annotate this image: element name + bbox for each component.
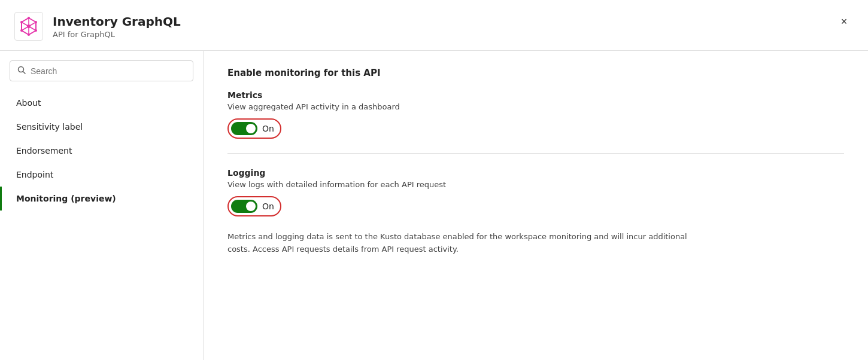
search-icon	[17, 66, 26, 76]
sidebar-item-monitoring[interactable]: Monitoring (preview)	[0, 187, 203, 210]
body: About Sensitivity label Endorsement Endp…	[0, 51, 868, 360]
sidebar-item-endpoint[interactable]: Endpoint	[0, 163, 203, 187]
metrics-section: Metrics View aggregated API activity in …	[227, 90, 844, 139]
metrics-toggle-text: On	[262, 124, 274, 133]
main-content: Enable monitoring for this API Metrics V…	[204, 51, 868, 360]
search-box[interactable]	[10, 60, 193, 81]
app-icon	[14, 12, 43, 41]
section-title: Enable monitoring for this API	[227, 68, 844, 78]
logging-toggle-row: On	[227, 196, 844, 216]
close-button[interactable]: ×	[834, 12, 854, 31]
footer-note: Metrics and logging data is sent to the …	[227, 231, 706, 256]
search-input[interactable]	[31, 66, 186, 76]
header: Inventory GraphQL API for GraphQL ×	[0, 0, 868, 51]
sidebar-item-endorsement[interactable]: Endorsement	[0, 139, 203, 163]
panel: Inventory GraphQL API for GraphQL × Abou…	[0, 0, 868, 360]
header-title: Inventory GraphQL	[53, 14, 181, 29]
divider	[227, 153, 844, 154]
header-subtitle: API for GraphQL	[53, 30, 181, 39]
logging-label: Logging	[227, 168, 844, 178]
sidebar-item-about[interactable]: About	[0, 91, 203, 115]
metrics-label: Metrics	[227, 90, 844, 100]
header-text: Inventory GraphQL API for GraphQL	[53, 14, 181, 39]
metrics-toggle[interactable]	[231, 122, 257, 135]
svg-line-12	[23, 72, 26, 74]
sidebar: About Sensitivity label Endorsement Endp…	[0, 51, 204, 360]
metrics-toggle-wrapper: On	[227, 118, 281, 139]
logging-section: Logging View logs with detailed informat…	[227, 168, 844, 216]
logging-toggle[interactable]	[231, 200, 257, 213]
sidebar-item-sensitivity-label[interactable]: Sensitivity label	[0, 115, 203, 139]
metrics-toggle-row: On	[227, 118, 844, 139]
metrics-description: View aggregated API activity in a dashbo…	[227, 102, 844, 111]
logging-toggle-text: On	[262, 202, 274, 211]
logging-description: View logs with detailed information for …	[227, 180, 844, 189]
logging-toggle-wrapper: On	[227, 196, 281, 216]
